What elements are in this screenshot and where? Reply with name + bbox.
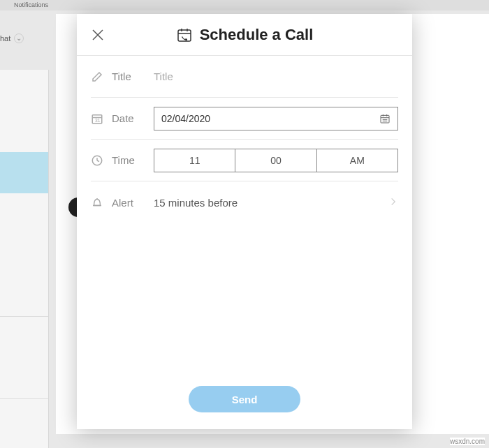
svg-line-17 — [97, 160, 99, 162]
sidebar-item[interactable] — [0, 234, 48, 276]
date-label: Date — [112, 112, 134, 124]
time-minute[interactable]: 00 — [235, 149, 316, 172]
sidebar-item[interactable] — [0, 111, 48, 152]
alert-row[interactable]: Alert 15 minutes before — [91, 181, 398, 223]
sidebar-item[interactable] — [0, 358, 48, 399]
title-label: Title — [112, 70, 131, 82]
modal-body: Title 31 Date 02/04/2020 — [77, 56, 412, 373]
schedule-call-modal: Schedule a Call Title 31 Date — [77, 14, 412, 429]
title-row: Title — [91, 56, 398, 98]
sidebar-item[interactable] — [0, 399, 48, 440]
sidebar-item-selected[interactable] — [0, 152, 48, 193]
title-label-wrap: Title — [91, 70, 154, 83]
title-input[interactable] — [154, 70, 398, 82]
time-content: 11 00 AM — [154, 149, 398, 172]
sidebar-item[interactable] — [0, 276, 48, 317]
sidebar-item[interactable] — [0, 193, 48, 234]
time-label: Time — [112, 154, 135, 166]
chat-dropdown[interactable]: hat ⌄ — [0, 31, 35, 45]
chevron-down-icon: ⌄ — [14, 33, 24, 43]
chevron-right-icon — [388, 195, 398, 210]
notifications-bar: Notifications — [0, 0, 489, 10]
date-row: 31 Date 02/04/2020 — [91, 98, 398, 140]
svg-text:31: 31 — [95, 118, 101, 123]
notifications-label: Notifications — [14, 1, 48, 8]
send-button[interactable]: Send — [189, 386, 300, 412]
alert-label-wrap: Alert — [91, 196, 154, 209]
calendar-phone-icon — [176, 27, 193, 43]
clock-icon — [91, 154, 103, 167]
time-row: Time 11 00 AM — [91, 140, 398, 181]
modal-title: Schedule a Call — [200, 26, 314, 44]
time-period[interactable]: AM — [317, 149, 397, 172]
watermark: wsxdn.com — [450, 438, 485, 445]
time-picker: 11 00 AM — [154, 149, 398, 172]
calendar-icon: 31 — [91, 112, 103, 125]
calendar-picker-icon — [379, 113, 391, 124]
sidebar — [0, 70, 49, 448]
date-input[interactable]: 02/04/2020 — [154, 107, 398, 130]
time-label-wrap: Time — [91, 154, 154, 167]
alert-value: 15 minutes before — [154, 197, 388, 209]
modal-footer: Send — [77, 373, 412, 429]
title-content — [154, 70, 398, 83]
bell-icon — [91, 196, 103, 209]
date-content: 02/04/2020 — [154, 107, 398, 130]
close-icon — [91, 28, 105, 42]
pencil-icon — [91, 70, 103, 83]
date-label-wrap: 31 Date — [91, 112, 154, 125]
sidebar-item[interactable] — [0, 70, 48, 111]
svg-rect-9 — [381, 115, 389, 123]
date-value: 02/04/2020 — [161, 113, 210, 124]
modal-title-wrap: Schedule a Call — [176, 26, 314, 44]
alert-label: Alert — [112, 197, 133, 209]
modal-header: Schedule a Call — [77, 14, 412, 56]
chat-label: hat — [0, 34, 10, 43]
close-button[interactable] — [91, 28, 105, 42]
time-hour[interactable]: 11 — [154, 149, 235, 172]
sidebar-item[interactable] — [0, 317, 48, 358]
